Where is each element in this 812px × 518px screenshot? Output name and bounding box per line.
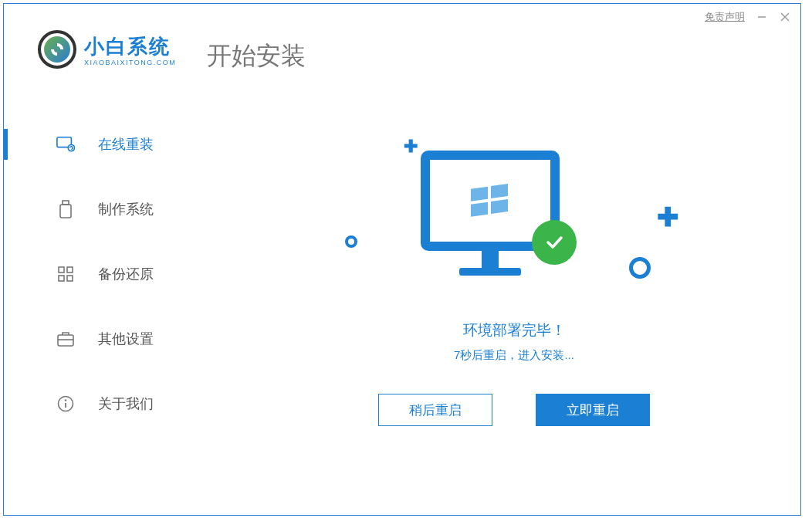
svg-point-4 bbox=[68, 144, 74, 151]
status-block: 环境部署完毕！ 7秒后重启，进入安装... bbox=[259, 320, 770, 363]
info-icon bbox=[56, 394, 75, 413]
logo-subtitle: XIAOBAIXITONG.COM bbox=[84, 59, 176, 66]
app-window: 免责声明 小白系统 XIAOBAIXITONG.COM 开始安装 bbox=[3, 3, 801, 516]
svg-rect-6 bbox=[60, 205, 71, 218]
svg-rect-16 bbox=[471, 187, 488, 201]
svg-rect-18 bbox=[471, 202, 488, 217]
close-button[interactable] bbox=[779, 11, 791, 23]
sidebar-item-label: 制作系统 bbox=[98, 200, 154, 218]
page-title: 开始安装 bbox=[207, 39, 306, 73]
sidebar-item-other-settings[interactable]: 其他设置 bbox=[4, 306, 197, 371]
logo-text: 小白系统 XIAOBAIXITONG.COM bbox=[84, 33, 176, 66]
plus-icon: ✚ bbox=[404, 137, 418, 157]
circle-icon bbox=[629, 257, 651, 279]
minimize-icon bbox=[757, 12, 766, 22]
briefcase-icon bbox=[56, 330, 75, 348]
svg-rect-11 bbox=[58, 335, 73, 346]
grid-icon bbox=[56, 265, 75, 283]
windows-logo-icon bbox=[469, 183, 511, 218]
plus-icon: ✚ bbox=[657, 201, 678, 232]
header: 小白系统 XIAOBAIXITONG.COM 开始安装 bbox=[4, 4, 800, 73]
svg-rect-7 bbox=[59, 267, 64, 273]
logo-icon bbox=[38, 30, 76, 69]
usb-icon bbox=[56, 200, 75, 218]
restart-later-button[interactable]: 稍后重启 bbox=[378, 394, 492, 426]
sidebar-item-label: 备份还原 bbox=[98, 265, 154, 283]
logo: 小白系统 XIAOBAIXITONG.COM bbox=[38, 30, 176, 69]
svg-rect-17 bbox=[491, 184, 508, 198]
svg-rect-19 bbox=[491, 199, 508, 214]
sidebar-item-about-us[interactable]: 关于我们 bbox=[4, 371, 197, 436]
titlebar: 免责声明 bbox=[705, 10, 791, 24]
sidebar-item-backup-restore[interactable]: 备份还原 bbox=[4, 242, 197, 306]
sidebar-item-label: 在线重装 bbox=[98, 135, 154, 154]
circle-icon bbox=[345, 235, 357, 248]
svg-rect-9 bbox=[59, 276, 64, 281]
sidebar: 在线重装 制作系统 备份还原 其他设置 关于我们 bbox=[4, 112, 197, 436]
svg-rect-10 bbox=[67, 276, 73, 281]
button-row: 稍后重启 立即重启 bbox=[259, 394, 770, 426]
svg-rect-8 bbox=[67, 267, 73, 273]
disclaimer-link[interactable]: 免责声明 bbox=[705, 10, 745, 24]
logo-title: 小白系统 bbox=[84, 33, 176, 60]
close-icon bbox=[780, 12, 790, 22]
success-check-icon bbox=[532, 220, 577, 265]
minimize-button[interactable] bbox=[756, 11, 768, 23]
illustration: ✚ ✚ bbox=[259, 104, 770, 305]
sidebar-item-online-reinstall[interactable]: 在线重装 bbox=[4, 112, 197, 177]
sidebar-item-label: 其他设置 bbox=[98, 330, 154, 348]
monitor-reinstall-icon bbox=[56, 135, 75, 154]
status-title: 环境部署完毕！ bbox=[259, 320, 770, 340]
main-content: ✚ ✚ bbox=[259, 104, 770, 484]
svg-point-14 bbox=[65, 399, 66, 401]
sidebar-item-label: 关于我们 bbox=[98, 394, 154, 413]
status-subtitle: 7秒后重启，进入安装... bbox=[259, 348, 770, 363]
sidebar-item-create-system[interactable]: 制作系统 bbox=[4, 177, 197, 242]
restart-now-button[interactable]: 立即重启 bbox=[536, 394, 650, 426]
